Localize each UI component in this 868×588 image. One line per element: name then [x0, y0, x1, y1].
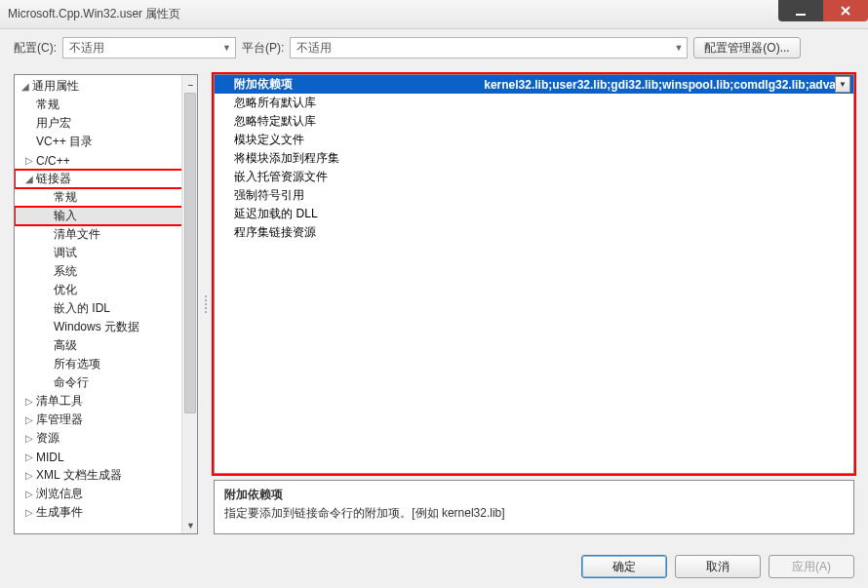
tri-down-icon: ◢ — [22, 174, 36, 184]
prop-value[interactable]: kernel32.lib;user32.lib;gdi32.lib;winspo… — [484, 78, 853, 92]
scroll-thumb[interactable] — [184, 93, 196, 413]
ok-button[interactable]: 确定 — [581, 555, 667, 578]
config-manager-button[interactable]: 配置管理器(O)... — [693, 37, 800, 59]
tri-right-icon: ▷ — [22, 433, 36, 444]
window-controls — [778, 0, 868, 21]
prop-row-additional-deps[interactable]: 附加依赖项 kernel32.lib;user32.lib;gdi32.lib;… — [215, 75, 853, 94]
tree-item[interactable]: VC++ 目录 — [15, 133, 197, 151]
description-title: 附加依赖项 — [224, 487, 844, 503]
prop-row[interactable]: 将模块添加到程序集 — [215, 149, 853, 168]
chevron-down-icon: ▼ — [674, 43, 683, 53]
chevron-down-icon: ▼ — [222, 43, 231, 53]
svg-rect-0 — [796, 14, 806, 16]
close-button[interactable] — [823, 0, 868, 21]
splitter[interactable] — [204, 74, 208, 534]
tri-down-icon: ◢ — [19, 81, 32, 92]
scroll-down-icon[interactable]: ▼ — [182, 518, 198, 533]
tree-item[interactable]: 优化 — [15, 281, 197, 299]
tree-item[interactable]: ▷库管理器 — [15, 411, 197, 429]
window-title: Microsoft.Cpp.Win32.user 属性页 — [8, 6, 180, 22]
tree-item[interactable]: 高级 — [15, 336, 197, 355]
tree-item[interactable]: 清单文件 — [15, 225, 197, 244]
cancel-button[interactable]: 取消 — [675, 555, 761, 578]
prop-row[interactable]: 程序集链接资源 — [215, 223, 853, 242]
tree-pane: ◢通用属性 常规 用户宏 VC++ 目录 ▷C/C++ ◢链接器 常规 输入 清… — [14, 74, 198, 534]
tree-item-linker[interactable]: ◢链接器 — [15, 170, 197, 188]
tree-item[interactable]: 嵌入的 IDL — [15, 299, 197, 318]
tree-item[interactable]: 常规 — [15, 96, 197, 114]
toolbar: 配置(C): 不适用▼ 平台(P): 不适用▼ 配置管理器(O)... — [0, 29, 868, 66]
title-bar: Microsoft.Cpp.Win32.user 属性页 — [0, 0, 868, 29]
tree-item[interactable]: ▷清单工具 — [15, 392, 197, 411]
prop-row[interactable]: 延迟加载的 DLL — [215, 205, 853, 223]
scrollbar[interactable]: ▲▼ — [181, 75, 197, 533]
config-combo[interactable]: 不适用▼ — [62, 37, 236, 59]
prop-row[interactable]: 忽略特定默认库 — [215, 112, 853, 131]
tri-right-icon: ▷ — [22, 470, 36, 481]
tree-item-input[interactable]: 输入 — [15, 207, 197, 225]
tri-right-icon: ▷ — [22, 507, 36, 518]
tree-item[interactable]: ▷MIDL — [15, 448, 197, 466]
tri-right-icon: ▷ — [22, 414, 36, 425]
description-body: 指定要添加到链接命令行的附加项。[例如 kernel32.lib] — [224, 505, 844, 522]
tree-item[interactable]: 所有选项 — [15, 355, 197, 373]
tri-right-icon: ▷ — [22, 155, 36, 166]
tree-item[interactable]: 系统 — [15, 262, 197, 281]
config-label: 配置(C): — [14, 40, 57, 57]
prop-row[interactable]: 忽略所有默认库 — [215, 94, 853, 112]
tree: ◢通用属性 常规 用户宏 VC++ 目录 ▷C/C++ ◢链接器 常规 输入 清… — [15, 75, 197, 522]
prop-row[interactable]: 强制符号引用 — [215, 186, 853, 205]
description-box: 附加依赖项 指定要添加到链接命令行的附加项。[例如 kernel32.lib] — [214, 480, 854, 534]
right-pane: 附加依赖项 kernel32.lib;user32.lib;gdi32.lib;… — [214, 74, 854, 534]
tree-root[interactable]: ◢通用属性 — [15, 77, 197, 96]
scroll-up-icon[interactable]: ▲ — [182, 75, 198, 91]
tree-item[interactable]: ▷资源 — [15, 429, 197, 448]
tree-item[interactable]: ▷浏览信息 — [15, 485, 197, 503]
platform-label: 平台(P): — [242, 40, 284, 57]
tree-item[interactable]: 命令行 — [15, 373, 197, 392]
tree-item[interactable]: 调试 — [15, 244, 197, 262]
tree-item[interactable]: ▷生成事件 — [15, 503, 197, 522]
tree-item[interactable]: 用户宏 — [15, 114, 197, 133]
tree-item[interactable]: ▷XML 文档生成器 — [15, 466, 197, 485]
main-area: ◢通用属性 常规 用户宏 VC++ 目录 ▷C/C++ ◢链接器 常规 输入 清… — [0, 66, 868, 534]
minimize-button[interactable] — [778, 0, 823, 21]
tri-right-icon: ▷ — [22, 396, 36, 407]
tree-item[interactable]: 常规 — [15, 188, 197, 207]
platform-combo[interactable]: 不适用▼ — [290, 37, 688, 59]
tri-right-icon: ▷ — [22, 451, 36, 462]
dropdown-icon[interactable]: ▼ — [835, 76, 850, 93]
tree-item[interactable]: Windows 元数据 — [15, 318, 197, 336]
tree-item-ccpp[interactable]: ▷C/C++ — [15, 151, 197, 170]
tri-right-icon: ▷ — [22, 489, 36, 499]
prop-label: 附加依赖项 — [215, 76, 484, 93]
prop-row[interactable]: 模块定义文件 — [215, 131, 853, 149]
prop-row[interactable]: 嵌入托管资源文件 — [215, 168, 853, 186]
apply-button[interactable]: 应用(A) — [769, 555, 854, 578]
dialog-buttons: 确定 取消 应用(A) — [581, 555, 854, 578]
property-grid: 附加依赖项 kernel32.lib;user32.lib;gdi32.lib;… — [214, 74, 854, 474]
